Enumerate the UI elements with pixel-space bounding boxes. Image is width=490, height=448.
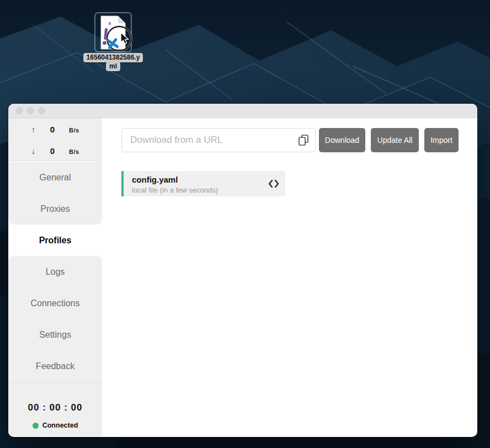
update-all-button[interactable]: Update All bbox=[371, 128, 419, 152]
paste-icon[interactable] bbox=[297, 134, 310, 146]
connection-status: Connected bbox=[8, 420, 102, 431]
sidebar: ↑ 0 B/s ↓ 0 B/s General Proxies Profiles… bbox=[8, 118, 102, 436]
upload-speed-unit: B/s bbox=[69, 127, 79, 134]
upload-speed-row: ↑ 0 B/s bbox=[8, 125, 102, 137]
sidebar-item-feedback[interactable]: Feedback bbox=[8, 350, 102, 382]
app-window: ↑ 0 B/s ↓ 0 B/s General Proxies Profiles… bbox=[8, 104, 477, 437]
sidebar-item-connections[interactable]: Connections bbox=[8, 287, 102, 319]
sidebar-footer-divider bbox=[8, 382, 102, 382]
download-speed-value: 0 bbox=[42, 146, 62, 156]
file-name-line2: ml bbox=[106, 62, 120, 71]
profile-card-config-yaml[interactable]: config.yaml local file (in a few seconds… bbox=[121, 171, 285, 196]
window-body: ↑ 0 B/s ↓ 0 B/s General Proxies Profiles… bbox=[8, 118, 477, 436]
sidebar-item-logs[interactable]: Logs bbox=[8, 256, 102, 287]
traffic-light-zoom[interactable] bbox=[38, 108, 45, 114]
status-dot-icon bbox=[33, 423, 39, 429]
traffic-light-minimize[interactable] bbox=[27, 108, 34, 114]
profile-detail: local file (in a few seconds) bbox=[132, 186, 218, 194]
download-arrow-icon: ↓ bbox=[31, 147, 35, 156]
status-label: Connected bbox=[42, 422, 78, 429]
upload-speed-value: 0 bbox=[42, 125, 62, 134]
speed-panel: ↑ 0 B/s ↓ 0 B/s bbox=[8, 118, 102, 161]
download-button[interactable]: Download bbox=[319, 128, 365, 152]
traffic-light-close[interactable] bbox=[16, 108, 23, 114]
download-speed-row: ↓ 0 B/s bbox=[8, 146, 102, 158]
desktop-file-icon[interactable]: 1656041382586.y ml bbox=[79, 11, 147, 71]
desktop: 1656041382586.y ml ↑ 0 B/s ↓ bbox=[0, 0, 490, 448]
connection-timer: 00 : 00 : 00 bbox=[8, 400, 102, 415]
file-name-line1: 1656041382586.y bbox=[83, 53, 143, 62]
sidebar-item-profiles[interactable]: Profiles bbox=[8, 225, 102, 256]
download-speed-unit: B/s bbox=[69, 148, 79, 155]
profile-name: config.yaml bbox=[132, 175, 178, 184]
profiles-panel: Download Update All Import config.yaml l… bbox=[102, 118, 477, 436]
code-brackets-icon[interactable] bbox=[268, 179, 279, 188]
url-input-wrap bbox=[121, 128, 316, 152]
import-button[interactable]: Import bbox=[424, 128, 459, 152]
mouse-pointer-icon bbox=[120, 32, 130, 45]
upload-arrow-icon: ↑ bbox=[31, 125, 35, 134]
sidebar-item-settings[interactable]: Settings bbox=[8, 319, 102, 350]
file-label: 1656041382586.y ml bbox=[79, 53, 147, 71]
window-titlebar[interactable] bbox=[8, 104, 477, 118]
sidebar-item-general[interactable]: General bbox=[8, 162, 102, 193]
sidebar-item-proxies[interactable]: Proxies bbox=[8, 193, 102, 225]
profile-active-bar bbox=[121, 171, 124, 196]
url-input[interactable] bbox=[121, 128, 316, 152]
